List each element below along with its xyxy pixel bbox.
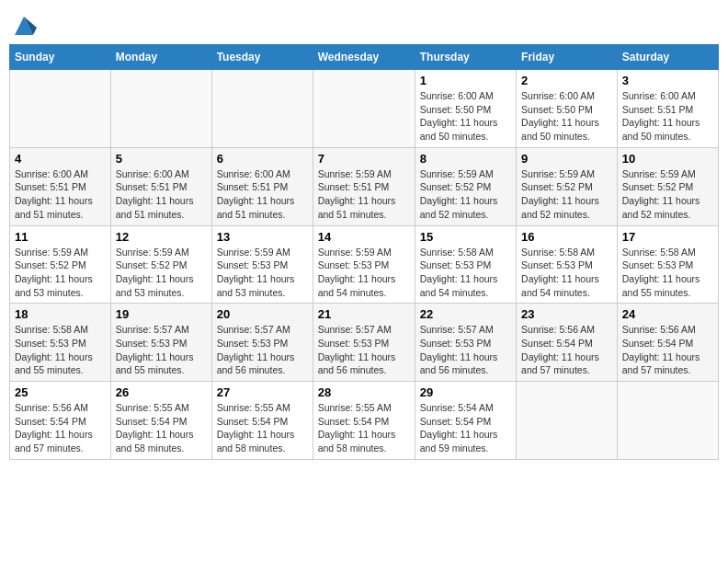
col-header-tuesday: Tuesday <box>211 45 313 70</box>
day-number: 22 <box>420 307 511 321</box>
calendar-cell: 8Sunrise: 5:59 AM Sunset: 5:52 PM Daylig… <box>415 147 516 225</box>
day-number: 11 <box>15 230 106 244</box>
day-info: Sunrise: 5:58 AM Sunset: 5:53 PM Dayligh… <box>420 246 511 300</box>
day-number: 17 <box>622 230 713 244</box>
calendar-cell: 28Sunrise: 5:55 AM Sunset: 5:54 PM Dayli… <box>313 382 415 460</box>
calendar-cell: 24Sunrise: 5:56 AM Sunset: 5:54 PM Dayli… <box>617 304 718 382</box>
day-info: Sunrise: 6:00 AM Sunset: 5:51 PM Dayligh… <box>116 167 207 222</box>
calendar-cell: 16Sunrise: 5:58 AM Sunset: 5:53 PM Dayli… <box>517 225 618 304</box>
col-header-saturday: Saturday <box>617 45 718 70</box>
day-number: 26 <box>116 385 207 399</box>
day-number: 18 <box>15 307 106 321</box>
day-number: 13 <box>217 230 308 244</box>
day-number: 8 <box>420 152 511 166</box>
calendar-cell: 18Sunrise: 5:58 AM Sunset: 5:53 PM Dayli… <box>10 304 111 382</box>
calendar-cell: 27Sunrise: 5:55 AM Sunset: 5:54 PM Dayli… <box>211 382 313 460</box>
calendar-cell: 9Sunrise: 5:59 AM Sunset: 5:52 PM Daylig… <box>517 147 618 225</box>
calendar-cell: 10Sunrise: 5:59 AM Sunset: 5:52 PM Dayli… <box>617 147 718 225</box>
calendar-cell <box>313 70 415 148</box>
day-info: Sunrise: 5:57 AM Sunset: 5:53 PM Dayligh… <box>116 323 207 377</box>
day-info: Sunrise: 5:57 AM Sunset: 5:53 PM Dayligh… <box>420 323 511 377</box>
col-header-friday: Friday <box>517 45 618 70</box>
week-row-3: 11Sunrise: 5:59 AM Sunset: 5:52 PM Dayli… <box>10 225 719 304</box>
logo <box>9 13 37 39</box>
day-number: 23 <box>521 307 612 321</box>
day-number: 19 <box>116 307 207 321</box>
day-info: Sunrise: 5:59 AM Sunset: 5:52 PM Dayligh… <box>15 246 106 300</box>
calendar-cell: 3Sunrise: 6:00 AM Sunset: 5:51 PM Daylig… <box>617 70 718 148</box>
calendar-table: SundayMondayTuesdayWednesdayThursdayFrid… <box>9 44 719 460</box>
day-info: Sunrise: 6:00 AM Sunset: 5:50 PM Dayligh… <box>521 89 612 144</box>
day-info: Sunrise: 5:56 AM Sunset: 5:54 PM Dayligh… <box>622 323 713 377</box>
day-info: Sunrise: 5:54 AM Sunset: 5:54 PM Dayligh… <box>420 401 511 455</box>
day-number: 20 <box>217 307 308 321</box>
calendar-cell: 13Sunrise: 5:59 AM Sunset: 5:53 PM Dayli… <box>211 225 313 304</box>
page-header <box>9 9 719 39</box>
calendar-cell: 17Sunrise: 5:58 AM Sunset: 5:53 PM Dayli… <box>617 225 718 304</box>
calendar-cell <box>517 382 618 460</box>
day-number: 5 <box>116 152 207 166</box>
calendar-cell: 4Sunrise: 6:00 AM Sunset: 5:51 PM Daylig… <box>10 147 111 225</box>
calendar-cell: 15Sunrise: 5:58 AM Sunset: 5:53 PM Dayli… <box>415 225 516 304</box>
calendar-cell <box>211 70 313 148</box>
day-number: 29 <box>420 385 511 399</box>
day-number: 6 <box>217 152 308 166</box>
calendar-cell: 25Sunrise: 5:56 AM Sunset: 5:54 PM Dayli… <box>10 382 111 460</box>
logo-icon <box>11 13 37 39</box>
day-info: Sunrise: 5:56 AM Sunset: 5:54 PM Dayligh… <box>521 323 612 377</box>
col-header-sunday: Sunday <box>10 45 111 70</box>
day-info: Sunrise: 5:57 AM Sunset: 5:53 PM Dayligh… <box>217 323 308 377</box>
day-number: 25 <box>15 385 106 399</box>
day-number: 16 <box>521 230 612 244</box>
day-number: 27 <box>217 385 308 399</box>
day-number: 15 <box>420 230 511 244</box>
day-number: 1 <box>420 74 511 87</box>
day-number: 24 <box>622 307 713 321</box>
calendar-body: 1Sunrise: 6:00 AM Sunset: 5:50 PM Daylig… <box>10 70 719 460</box>
day-info: Sunrise: 5:55 AM Sunset: 5:54 PM Dayligh… <box>217 401 308 455</box>
day-info: Sunrise: 5:58 AM Sunset: 5:53 PM Dayligh… <box>15 323 106 377</box>
week-row-4: 18Sunrise: 5:58 AM Sunset: 5:53 PM Dayli… <box>10 304 719 382</box>
day-info: Sunrise: 5:58 AM Sunset: 5:53 PM Dayligh… <box>622 246 713 300</box>
day-info: Sunrise: 5:59 AM Sunset: 5:52 PM Dayligh… <box>116 246 207 300</box>
week-row-2: 4Sunrise: 6:00 AM Sunset: 5:51 PM Daylig… <box>10 147 719 225</box>
day-info: Sunrise: 6:00 AM Sunset: 5:50 PM Dayligh… <box>420 89 511 144</box>
calendar-cell: 7Sunrise: 5:59 AM Sunset: 5:51 PM Daylig… <box>313 147 415 225</box>
day-info: Sunrise: 5:58 AM Sunset: 5:53 PM Dayligh… <box>521 246 612 300</box>
day-number: 3 <box>622 74 713 87</box>
day-number: 14 <box>318 230 410 244</box>
day-number: 28 <box>318 385 410 399</box>
day-info: Sunrise: 6:00 AM Sunset: 5:51 PM Dayligh… <box>217 167 308 222</box>
calendar-cell <box>110 70 211 148</box>
calendar-cell: 21Sunrise: 5:57 AM Sunset: 5:53 PM Dayli… <box>313 304 415 382</box>
col-header-thursday: Thursday <box>415 45 516 70</box>
day-info: Sunrise: 6:00 AM Sunset: 5:51 PM Dayligh… <box>622 89 713 144</box>
day-info: Sunrise: 5:59 AM Sunset: 5:52 PM Dayligh… <box>622 167 713 222</box>
day-number: 21 <box>318 307 410 321</box>
day-info: Sunrise: 6:00 AM Sunset: 5:51 PM Dayligh… <box>15 167 106 222</box>
calendar-cell: 20Sunrise: 5:57 AM Sunset: 5:53 PM Dayli… <box>211 304 313 382</box>
day-info: Sunrise: 5:56 AM Sunset: 5:54 PM Dayligh… <box>15 401 106 455</box>
week-row-5: 25Sunrise: 5:56 AM Sunset: 5:54 PM Dayli… <box>10 382 719 460</box>
day-info: Sunrise: 5:59 AM Sunset: 5:53 PM Dayligh… <box>318 246 410 300</box>
col-header-wednesday: Wednesday <box>313 45 415 70</box>
day-info: Sunrise: 5:59 AM Sunset: 5:52 PM Dayligh… <box>420 167 511 222</box>
day-info: Sunrise: 5:59 AM Sunset: 5:51 PM Dayligh… <box>318 167 410 222</box>
day-info: Sunrise: 5:57 AM Sunset: 5:53 PM Dayligh… <box>318 323 410 377</box>
calendar-cell: 5Sunrise: 6:00 AM Sunset: 5:51 PM Daylig… <box>110 147 211 225</box>
week-row-1: 1Sunrise: 6:00 AM Sunset: 5:50 PM Daylig… <box>10 70 719 148</box>
calendar-cell: 1Sunrise: 6:00 AM Sunset: 5:50 PM Daylig… <box>415 70 516 148</box>
day-number: 10 <box>622 152 713 166</box>
day-info: Sunrise: 5:55 AM Sunset: 5:54 PM Dayligh… <box>116 401 207 455</box>
calendar-cell: 6Sunrise: 6:00 AM Sunset: 5:51 PM Daylig… <box>211 147 313 225</box>
calendar-cell: 14Sunrise: 5:59 AM Sunset: 5:53 PM Dayli… <box>313 225 415 304</box>
calendar-cell: 12Sunrise: 5:59 AM Sunset: 5:52 PM Dayli… <box>110 225 211 304</box>
day-number: 12 <box>116 230 207 244</box>
calendar-cell <box>10 70 111 148</box>
calendar-cell: 26Sunrise: 5:55 AM Sunset: 5:54 PM Dayli… <box>110 382 211 460</box>
day-number: 9 <box>521 152 612 166</box>
calendar-header-row: SundayMondayTuesdayWednesdayThursdayFrid… <box>10 45 719 70</box>
calendar-cell <box>617 382 718 460</box>
day-info: Sunrise: 5:55 AM Sunset: 5:54 PM Dayligh… <box>318 401 410 455</box>
calendar-cell: 2Sunrise: 6:00 AM Sunset: 5:50 PM Daylig… <box>517 70 618 148</box>
